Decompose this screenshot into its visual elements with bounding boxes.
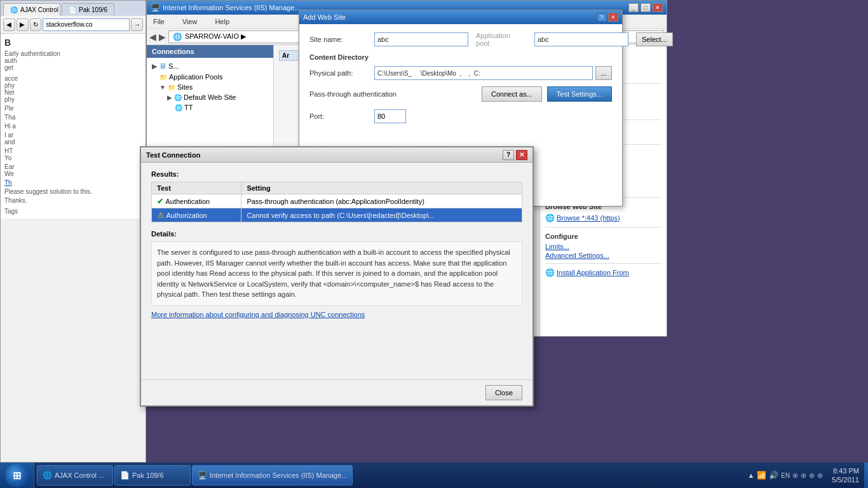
page-heading: B xyxy=(4,37,142,48)
addwebsite-help-btn[interactable]: ? xyxy=(597,13,607,22)
tab-ajax[interactable]: 🌐 AJAX Control ... ✕ xyxy=(3,3,60,16)
iis-location-icon: 🌐 xyxy=(173,32,182,41)
iis-maximize-btn[interactable]: □ xyxy=(641,3,651,12)
tree-sites[interactable]: ▼ 📁 Sites xyxy=(149,82,271,92)
refresh-btn[interactable]: ↻ xyxy=(30,18,42,31)
tt-icon: 🌐 xyxy=(175,104,182,111)
page-body4: Hi a xyxy=(4,123,142,130)
authz-test-label: Authorization xyxy=(166,212,207,219)
physical-path-input[interactable] xyxy=(374,66,593,80)
app-pool-select-btn[interactable]: Select... xyxy=(636,32,673,46)
test-settings-btn[interactable]: Test Settings... xyxy=(547,86,612,102)
site-name-input[interactable] xyxy=(374,32,468,46)
apppools-icon: 📁 xyxy=(159,74,167,81)
col-setting: Setting xyxy=(241,182,522,194)
iis-close-btn[interactable]: ✕ xyxy=(653,3,663,12)
addwebsite-close-btn[interactable]: ✕ xyxy=(608,13,618,22)
connect-as-btn[interactable]: Connect as... xyxy=(482,86,542,102)
tab-favicon2: 📄 xyxy=(69,6,76,13)
forward-btn[interactable]: ▶ xyxy=(17,18,29,31)
apppools-label: Application Pools xyxy=(169,73,222,81)
connections-header: Connections xyxy=(147,45,273,58)
install-icon: 🌐 xyxy=(545,268,555,277)
testconn-titlebar: Test Connection ? ✕ xyxy=(141,147,532,163)
actions-divider5 xyxy=(545,227,661,227)
action-browse[interactable]: Browse *:443 (https) xyxy=(557,214,620,222)
browser-window: 🌐 AJAX Control ... ✕ 📄 Pak 109/6 ◀ ▶ ↻ →… xyxy=(0,0,146,463)
server-icon: 🖥 xyxy=(159,62,166,71)
show-desktop-btn[interactable] xyxy=(864,463,868,488)
actions-configure-title: Configure xyxy=(545,233,661,240)
iis-minimize-btn[interactable]: _ xyxy=(628,3,639,12)
col-test: Test xyxy=(152,182,241,194)
app-pool-input[interactable] xyxy=(534,32,628,46)
defaultweb-expand: ▶ xyxy=(167,94,172,101)
start-button[interactable]: ⊞ xyxy=(0,463,34,488)
result-row-auth[interactable]: ✔ Authentication Pass-through authentica… xyxy=(152,194,522,208)
addwebsite-titlebar: Add Web Site ? ✕ xyxy=(299,10,622,24)
browse-path-btn[interactable]: ... xyxy=(595,66,612,80)
clock-date: 5/5/2011 xyxy=(832,475,859,484)
action-browse-row: 🌐 Browse *:443 (https) xyxy=(545,213,661,223)
pass-through-label: Pass-through authentication xyxy=(309,90,397,98)
result-row-authz[interactable]: ⚠ Authorization Cannot verify access to … xyxy=(152,208,522,222)
taskbar-icon-ajax: 🌐 xyxy=(43,471,52,480)
iis-nav-back[interactable]: ◀ xyxy=(149,32,156,42)
page-body7: EarWe xyxy=(4,163,142,177)
tab-label: AJAX Control ... xyxy=(20,6,60,13)
taskbar-label-iis: Internet Information Services (IIS) Mana… xyxy=(210,471,347,479)
more-info-link[interactable]: More information about configuring and d… xyxy=(151,311,522,318)
page-body1: accephyNetphy xyxy=(4,75,142,103)
back-btn[interactable]: ◀ xyxy=(3,18,15,31)
action-limits[interactable]: Limits... xyxy=(545,243,661,250)
action-install-app[interactable]: Install Application From xyxy=(557,269,629,276)
auth-status-icon: ✔ xyxy=(157,196,164,206)
tray-icon1: ⊕ xyxy=(792,471,798,480)
page-body5: I arand xyxy=(4,132,142,146)
tab-pak[interactable]: 📄 Pak 109/6 xyxy=(62,3,114,16)
page-subtext: Early authenticationauthget xyxy=(4,50,142,71)
tree-root[interactable]: ▶ 🖥 S... xyxy=(149,60,271,72)
start-icon: ⊞ xyxy=(13,470,21,482)
browse-icon: 🌐 xyxy=(545,214,555,222)
testconn-close-btn[interactable]: Close xyxy=(485,385,522,400)
pass-through-row: Pass-through authentication Connect as..… xyxy=(309,86,612,102)
addwebsite-title: Add Web Site xyxy=(303,13,346,21)
port-row: Port: xyxy=(309,109,612,123)
page-thanks: Thanks. xyxy=(4,197,142,204)
testconn-close-x-btn[interactable]: ✕ xyxy=(516,150,527,160)
menu-help[interactable]: Help xyxy=(211,17,233,27)
actions-divider6 xyxy=(545,263,661,264)
site-name-row: Site name: Application pool: Select... xyxy=(309,32,612,47)
physical-path-label: Physical path: xyxy=(309,69,367,77)
iis-tree: ▶ 🖥 S... 📁 Application Pools ▼ 📁 Sites ▶… xyxy=(147,58,273,115)
connections-title: Connections xyxy=(152,48,194,55)
tree-tt[interactable]: 🌐 TT xyxy=(149,102,271,112)
tree-server-label: S... xyxy=(168,62,179,70)
taskbar-item-ajax[interactable]: 🌐 AJAX Control ... xyxy=(37,465,113,485)
sites-icon: 📁 xyxy=(168,84,175,91)
taskbar-item-iis[interactable]: 🖥️ Internet Information Services (IIS) M… xyxy=(192,465,353,485)
page-body3: Tha xyxy=(4,114,142,121)
page-link-th[interactable]: Th xyxy=(4,179,142,186)
taskbar-item-pak[interactable]: 📄 Pak 109/6 xyxy=(114,465,191,485)
menu-view[interactable]: View xyxy=(179,17,201,27)
address-bar[interactable] xyxy=(43,18,130,31)
iis-window-controls: _ □ ✕ xyxy=(628,3,663,12)
taskbar: ⊞ 🌐 AJAX Control ... 📄 Pak 109/6 🖥️ Inte… xyxy=(0,463,868,488)
system-clock[interactable]: 8:43 PM 5/5/2011 xyxy=(827,466,864,485)
results-table: Test Setting ✔ Authentication Pass-throu… xyxy=(151,182,522,222)
taskbar-label-pak: Pak 109/6 xyxy=(132,471,164,479)
tray-up-arrow[interactable]: ▲ xyxy=(747,471,754,479)
action-advanced-settings[interactable]: Advanced Settings... xyxy=(545,252,661,259)
tab-bar: 🌐 AJAX Control ... ✕ 📄 Pak 109/6 xyxy=(1,1,146,16)
tree-apppools[interactable]: 📁 Application Pools xyxy=(149,72,271,82)
sites-label: Sites xyxy=(177,83,193,91)
tree-defaultwebsite[interactable]: ▶ 🌐 Default Web Site xyxy=(149,92,271,102)
testconn-help-btn[interactable]: ? xyxy=(503,150,514,160)
port-input[interactable] xyxy=(374,109,406,123)
browser-page-content: B Early authenticationauthget accephyNet… xyxy=(1,34,146,219)
menu-file[interactable]: File xyxy=(149,17,168,27)
nav-go-btn[interactable]: → xyxy=(131,18,143,31)
iis-nav-forward[interactable]: ▶ xyxy=(159,32,166,42)
